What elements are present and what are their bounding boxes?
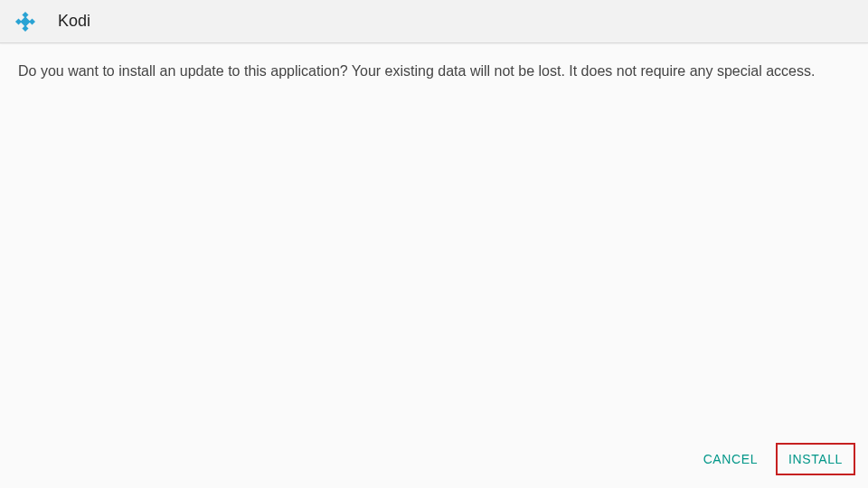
kodi-logo-icon: [14, 11, 36, 33]
action-bar: CANCEL INSTALL: [691, 443, 855, 475]
install-button[interactable]: INSTALL: [776, 443, 855, 475]
app-title: Kodi: [58, 12, 90, 31]
dialog-header: Kodi: [0, 0, 868, 43]
svg-rect-4: [20, 16, 30, 26]
install-message: Do you want to install an update to this…: [18, 61, 850, 81]
cancel-button[interactable]: CANCEL: [691, 443, 770, 475]
dialog-content: Do you want to install an update to this…: [0, 43, 868, 81]
